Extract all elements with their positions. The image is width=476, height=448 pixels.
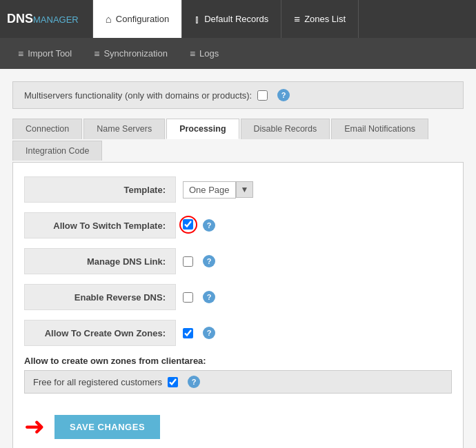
dns-logo: DNSMANAGER bbox=[7, 12, 79, 26]
manage-dns-row: Manage DNS Link: ? bbox=[24, 248, 452, 274]
nav-configuration-label: Configuration bbox=[116, 14, 169, 24]
records-icon: ⫿ bbox=[195, 13, 200, 25]
manage-dns-help-icon[interactable]: ? bbox=[203, 255, 215, 267]
main-nav: ⌂ Configuration ⫿ Default Records ≡ Zone… bbox=[92, 0, 359, 38]
subnav-import-tool[interactable]: ≡ Import Tool bbox=[7, 38, 83, 69]
sync-icon: ≡ bbox=[94, 48, 99, 59]
multiserver-checkbox[interactable] bbox=[257, 90, 268, 101]
save-arrow-icon: ➜ bbox=[24, 414, 45, 439]
allow-switch-checkbox[interactable] bbox=[183, 219, 193, 230]
save-area: ➜ SAVE CHANGES bbox=[24, 407, 452, 439]
nav-zones-list-label: Zones List bbox=[304, 14, 346, 24]
nav-default-records[interactable]: ⫿ Default Records bbox=[182, 0, 281, 38]
multiserver-help-icon[interactable]: ? bbox=[277, 89, 290, 101]
settings-panel: Template: One Page ▼ Allow To Switch Tem… bbox=[12, 162, 464, 448]
allow-zones-help-icon[interactable]: ? bbox=[203, 327, 215, 339]
multiserver-row: Multiservers functionality (only with do… bbox=[12, 81, 464, 109]
template-label: Template: bbox=[24, 176, 176, 203]
sub-nav: ≡ Import Tool ≡ Synchronization ≡ Logs bbox=[0, 38, 476, 69]
allow-switch-checkbox-wrap bbox=[183, 219, 193, 232]
subnav-import-label: Import Tool bbox=[28, 48, 72, 59]
nav-zones-list[interactable]: ≡ Zones List bbox=[281, 0, 359, 38]
free-customers-checkbox[interactable] bbox=[168, 377, 178, 387]
tabs-container: Connection Name Servers Processing Disab… bbox=[12, 119, 464, 162]
multiserver-label: Multiservers functionality (only with do… bbox=[24, 90, 252, 101]
free-customers-help-icon[interactable]: ? bbox=[188, 376, 200, 388]
allow-zones-label: Allow To Create Own Zones: bbox=[24, 320, 176, 346]
tab-processing[interactable]: Processing bbox=[166, 119, 239, 139]
allow-switch-label: Allow To Switch Template: bbox=[24, 212, 176, 238]
subnav-synchronization[interactable]: ≡ Synchronization bbox=[83, 38, 179, 69]
template-control: One Page ▼ bbox=[176, 181, 253, 198]
allow-switch-row: Allow To Switch Template: ? bbox=[24, 212, 452, 238]
import-icon: ≡ bbox=[18, 48, 23, 59]
allow-zones-control: ? bbox=[176, 327, 215, 339]
subnav-logs-label: Logs bbox=[199, 48, 219, 59]
template-select[interactable]: One Page ▼ bbox=[183, 181, 253, 198]
manage-dns-checkbox[interactable] bbox=[183, 256, 193, 267]
allow-switch-control: ? bbox=[176, 219, 215, 232]
allow-zones-checkbox[interactable] bbox=[183, 328, 193, 338]
manage-dns-control: ? bbox=[176, 255, 215, 267]
zones-icon: ≡ bbox=[294, 13, 300, 25]
enable-reverse-checkbox[interactable] bbox=[183, 292, 193, 303]
nav-configuration[interactable]: ⌂ Configuration bbox=[92, 0, 182, 38]
template-dropdown-btn[interactable]: ▼ bbox=[236, 181, 254, 198]
tab-connection[interactable]: Connection bbox=[12, 119, 82, 139]
logo-manager: MANAGER bbox=[33, 14, 79, 25]
home-icon: ⌂ bbox=[106, 13, 112, 25]
free-customers-label: Free for all registered customers bbox=[33, 377, 162, 387]
allow-zones-row: Allow To Create Own Zones: ? bbox=[24, 320, 452, 346]
tab-integration-code[interactable]: Integration Code bbox=[12, 141, 102, 161]
clientarea-section-text: Allow to create own zones from clientare… bbox=[24, 356, 452, 366]
nav-default-records-label: Default Records bbox=[204, 14, 268, 24]
template-row: Template: One Page ▼ bbox=[24, 176, 452, 203]
enable-reverse-row: Enable Reverse DNS: ? bbox=[24, 284, 452, 310]
logs-icon: ≡ bbox=[190, 48, 195, 59]
tab-email-notifications[interactable]: Email Notifications bbox=[331, 119, 428, 139]
allow-switch-help-icon[interactable]: ? bbox=[203, 219, 215, 232]
free-customers-row: Free for all registered customers ? bbox=[24, 370, 452, 394]
enable-reverse-label: Enable Reverse DNS: bbox=[24, 284, 176, 310]
enable-reverse-control: ? bbox=[176, 291, 215, 303]
template-value: One Page bbox=[183, 181, 236, 198]
tab-name-servers[interactable]: Name Servers bbox=[83, 119, 165, 139]
tab-disable-records[interactable]: Disable Records bbox=[241, 119, 330, 139]
main-content: Multiservers functionality (only with do… bbox=[0, 69, 476, 448]
manage-dns-label: Manage DNS Link: bbox=[24, 248, 176, 274]
subnav-sync-label: Synchronization bbox=[103, 48, 168, 59]
logo-dns: DNS bbox=[7, 12, 33, 26]
save-button[interactable]: SAVE CHANGES bbox=[54, 415, 160, 439]
subnav-logs[interactable]: ≡ Logs bbox=[179, 38, 230, 69]
enable-reverse-help-icon[interactable]: ? bbox=[203, 291, 215, 303]
top-nav: DNSMANAGER ⌂ Configuration ⫿ Default Rec… bbox=[0, 0, 476, 38]
